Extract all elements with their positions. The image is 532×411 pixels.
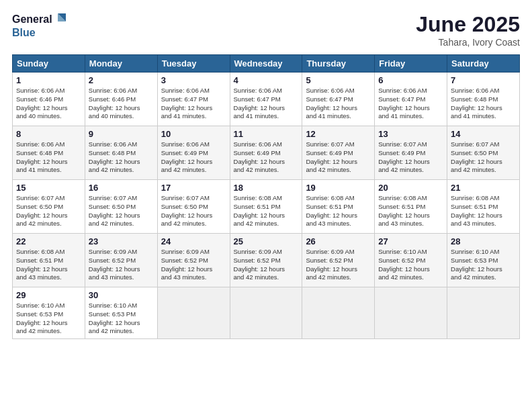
day-info: Sunrise: 6:06 AM Sunset: 6:47 PM Dayligh… [234, 87, 299, 121]
day-info: Sunrise: 6:10 AM Sunset: 6:53 PM Dayligh… [89, 302, 154, 336]
table-row: 27Sunrise: 6:10 AM Sunset: 6:52 PM Dayli… [375, 234, 447, 287]
page-container: General Blue June 2025 Tahara, Ivory Coa… [0, 0, 532, 411]
day-number: 17 [161, 183, 226, 193]
day-info: Sunrise: 6:06 AM Sunset: 6:48 PM Dayligh… [451, 87, 516, 121]
day-info: Sunrise: 6:06 AM Sunset: 6:48 PM Dayligh… [16, 140, 81, 175]
day-info: Sunrise: 6:09 AM Sunset: 6:52 PM Dayligh… [306, 248, 371, 282]
table-row: 29Sunrise: 6:10 AM Sunset: 6:53 PM Dayli… [13, 287, 85, 339]
day-info: Sunrise: 6:09 AM Sunset: 6:52 PM Dayligh… [161, 248, 226, 282]
table-row: 14Sunrise: 6:07 AM Sunset: 6:50 PM Dayli… [447, 126, 520, 180]
table-row: 16Sunrise: 6:07 AM Sunset: 6:50 PM Dayli… [85, 180, 157, 234]
month-title: June 2025 [416, 12, 520, 37]
table-row: 22Sunrise: 6:08 AM Sunset: 6:51 PM Dayli… [13, 234, 85, 287]
day-info: Sunrise: 6:07 AM Sunset: 6:50 PM Dayligh… [161, 194, 226, 228]
table-row: 6Sunrise: 6:06 AM Sunset: 6:47 PM Daylig… [375, 73, 447, 126]
day-info: Sunrise: 6:06 AM Sunset: 6:47 PM Dayligh… [378, 87, 443, 121]
day-info: Sunrise: 6:06 AM Sunset: 6:46 PM Dayligh… [89, 87, 154, 121]
page-header: General Blue June 2025 Tahara, Ivory Coa… [12, 12, 520, 48]
day-number: 2 [89, 75, 154, 85]
col-monday: Monday [85, 55, 157, 73]
day-info: Sunrise: 6:06 AM Sunset: 6:46 PM Dayligh… [16, 87, 81, 121]
day-number: 24 [161, 236, 226, 246]
day-number: 11 [234, 129, 299, 139]
day-number: 5 [306, 75, 371, 85]
table-row: 30Sunrise: 6:10 AM Sunset: 6:53 PM Dayli… [85, 287, 157, 339]
day-info: Sunrise: 6:10 AM Sunset: 6:53 PM Dayligh… [451, 248, 516, 282]
day-number: 1 [16, 75, 81, 85]
col-saturday: Saturday [447, 55, 520, 73]
day-number: 7 [451, 75, 516, 85]
day-number: 12 [306, 129, 371, 139]
day-info: Sunrise: 6:06 AM Sunset: 6:47 PM Dayligh… [306, 87, 371, 121]
day-info: Sunrise: 6:06 AM Sunset: 6:47 PM Dayligh… [161, 87, 226, 121]
table-row [447, 287, 520, 339]
day-info: Sunrise: 6:10 AM Sunset: 6:53 PM Dayligh… [16, 302, 81, 336]
title-block: June 2025 Tahara, Ivory Coast [416, 12, 520, 48]
col-tuesday: Tuesday [157, 55, 230, 73]
col-wednesday: Wednesday [230, 55, 302, 73]
table-row: 28Sunrise: 6:10 AM Sunset: 6:53 PM Dayli… [447, 234, 520, 287]
table-row: 24Sunrise: 6:09 AM Sunset: 6:52 PM Dayli… [157, 234, 230, 287]
table-row: 1Sunrise: 6:06 AM Sunset: 6:46 PM Daylig… [13, 73, 85, 126]
day-info: Sunrise: 6:06 AM Sunset: 6:49 PM Dayligh… [161, 140, 226, 175]
day-info: Sunrise: 6:09 AM Sunset: 6:52 PM Dayligh… [89, 248, 154, 282]
table-row: 7Sunrise: 6:06 AM Sunset: 6:48 PM Daylig… [447, 73, 520, 126]
table-row: 19Sunrise: 6:08 AM Sunset: 6:51 PM Dayli… [302, 180, 375, 234]
day-number: 20 [378, 183, 443, 193]
day-number: 3 [161, 75, 226, 85]
table-row [375, 287, 447, 339]
day-number: 14 [451, 129, 516, 139]
day-number: 25 [234, 236, 299, 246]
logo-general-text: General [12, 13, 52, 26]
day-number: 18 [234, 183, 299, 193]
logo: General Blue [12, 12, 67, 39]
table-row: 18Sunrise: 6:08 AM Sunset: 6:51 PM Dayli… [230, 180, 302, 234]
col-sunday: Sunday [13, 55, 85, 73]
day-info: Sunrise: 6:07 AM Sunset: 6:50 PM Dayligh… [16, 194, 81, 228]
day-number: 22 [16, 236, 81, 246]
day-info: Sunrise: 6:07 AM Sunset: 6:49 PM Dayligh… [306, 140, 371, 175]
table-row: 23Sunrise: 6:09 AM Sunset: 6:52 PM Dayli… [85, 234, 157, 287]
day-info: Sunrise: 6:10 AM Sunset: 6:52 PM Dayligh… [378, 248, 443, 282]
table-row [157, 287, 230, 339]
day-number: 28 [451, 236, 516, 246]
day-info: Sunrise: 6:08 AM Sunset: 6:51 PM Dayligh… [378, 194, 443, 228]
day-info: Sunrise: 6:08 AM Sunset: 6:51 PM Dayligh… [306, 194, 371, 228]
day-number: 13 [378, 129, 443, 139]
day-info: Sunrise: 6:07 AM Sunset: 6:50 PM Dayligh… [451, 140, 516, 175]
col-friday: Friday [375, 55, 447, 73]
logo-blue-text: Blue [12, 27, 67, 39]
day-info: Sunrise: 6:08 AM Sunset: 6:51 PM Dayligh… [16, 248, 81, 282]
day-number: 19 [306, 183, 371, 193]
day-number: 9 [89, 129, 154, 139]
logo-icon [52, 12, 67, 27]
table-row [302, 287, 375, 339]
col-thursday: Thursday [302, 55, 375, 73]
table-row: 21Sunrise: 6:08 AM Sunset: 6:51 PM Dayli… [447, 180, 520, 234]
table-row: 3Sunrise: 6:06 AM Sunset: 6:47 PM Daylig… [157, 73, 230, 126]
table-row: 2Sunrise: 6:06 AM Sunset: 6:46 PM Daylig… [85, 73, 157, 126]
location: Tahara, Ivory Coast [416, 37, 520, 48]
day-info: Sunrise: 6:06 AM Sunset: 6:48 PM Dayligh… [89, 140, 154, 175]
calendar-table: Sunday Monday Tuesday Wednesday Thursday… [12, 54, 520, 339]
table-row: 11Sunrise: 6:06 AM Sunset: 6:49 PM Dayli… [230, 126, 302, 180]
day-number: 4 [234, 75, 299, 85]
day-info: Sunrise: 6:08 AM Sunset: 6:51 PM Dayligh… [234, 194, 299, 228]
table-row: 4Sunrise: 6:06 AM Sunset: 6:47 PM Daylig… [230, 73, 302, 126]
table-row: 5Sunrise: 6:06 AM Sunset: 6:47 PM Daylig… [302, 73, 375, 126]
table-row: 17Sunrise: 6:07 AM Sunset: 6:50 PM Dayli… [157, 180, 230, 234]
day-number: 23 [89, 236, 154, 246]
day-number: 15 [16, 183, 81, 193]
table-row: 15Sunrise: 6:07 AM Sunset: 6:50 PM Dayli… [13, 180, 85, 234]
day-number: 29 [16, 290, 81, 300]
day-number: 21 [451, 183, 516, 193]
table-row: 25Sunrise: 6:09 AM Sunset: 6:52 PM Dayli… [230, 234, 302, 287]
table-row: 26Sunrise: 6:09 AM Sunset: 6:52 PM Dayli… [302, 234, 375, 287]
table-row: 10Sunrise: 6:06 AM Sunset: 6:49 PM Dayli… [157, 126, 230, 180]
day-number: 30 [89, 290, 154, 300]
table-row [230, 287, 302, 339]
table-row: 13Sunrise: 6:07 AM Sunset: 6:49 PM Dayli… [375, 126, 447, 180]
day-info: Sunrise: 6:09 AM Sunset: 6:52 PM Dayligh… [234, 248, 299, 282]
table-row: 20Sunrise: 6:08 AM Sunset: 6:51 PM Dayli… [375, 180, 447, 234]
day-info: Sunrise: 6:08 AM Sunset: 6:51 PM Dayligh… [451, 194, 516, 228]
